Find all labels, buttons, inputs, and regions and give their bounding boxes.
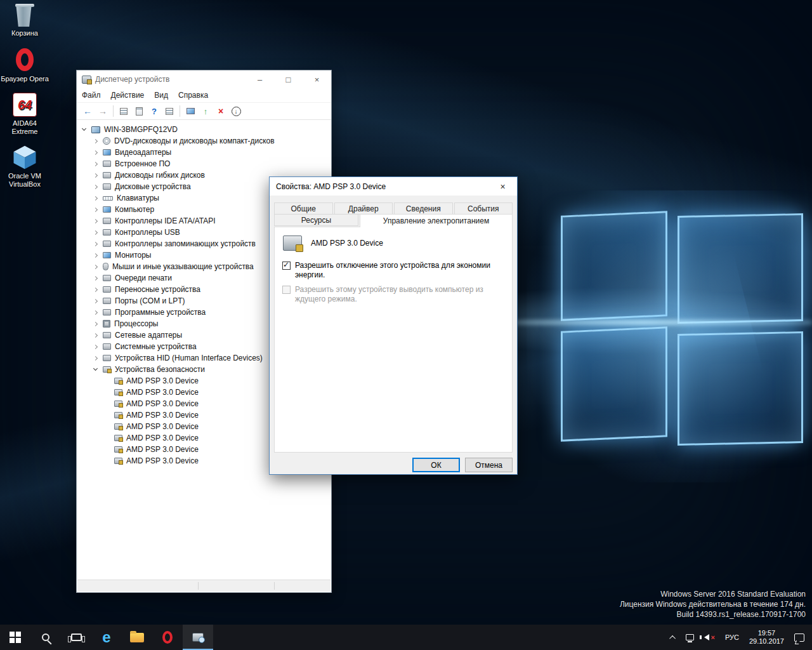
tree-item[interactable]: DVD-дисководы и дисководы компакт-дисков (77, 135, 331, 147)
desktop-icon-label: Oracle VM VirtualBox (0, 172, 49, 189)
tree-item-label: Компьютер (115, 205, 154, 214)
security-device-icon (114, 401, 122, 407)
cancel-button[interactable]: Отмена (465, 458, 513, 472)
mouse-icon (103, 263, 108, 270)
chevron-down-icon[interactable] (82, 126, 86, 131)
tab[interactable]: Ресурсы (274, 214, 358, 226)
close-button[interactable]: × (303, 70, 331, 88)
show-console-tree-button[interactable] (117, 104, 131, 118)
chevron-icon[interactable] (93, 161, 98, 166)
volume-tray-button[interactable]: × (700, 625, 718, 650)
tabs-row-1: ОбщиеДрайверСведенияСобытия (274, 202, 513, 215)
close-icon[interactable]: × (488, 177, 517, 196)
tree-item-label: DVD-дисководы и дисководы компакт-дисков (114, 136, 275, 145)
search-button[interactable] (30, 625, 61, 650)
watermark-line: Build 14393.rs1_release.170917-1700 (620, 609, 806, 620)
chevron-icon[interactable] (93, 253, 98, 257)
export-list-button[interactable] (162, 104, 176, 118)
toolbar-separator (180, 105, 180, 117)
forward-button[interactable]: → (96, 104, 110, 118)
action-center-button[interactable] (790, 625, 808, 650)
chevron-icon[interactable] (93, 173, 98, 177)
checkbox-row-allow-power-off[interactable]: Разрешить отключение этого устройства дл… (275, 257, 512, 281)
tree-item-label: AMD PSP 3.0 Device (126, 456, 199, 465)
tree-item-label: Мониторы (115, 251, 151, 260)
menu-item[interactable]: Файл (77, 89, 106, 102)
edge-icon: e (102, 630, 110, 645)
help-button[interactable]: ? (147, 104, 161, 118)
tree-item[interactable]: Встроенное ПО (77, 158, 331, 169)
dialog-titlebar[interactable]: Свойства: AMD PSP 3.0 Device × (270, 177, 517, 196)
chevron-icon[interactable] (93, 366, 98, 371)
tree-item-label: Порты (COM и LPT) (115, 296, 185, 305)
desktop-icon-recycle-bin[interactable]: Корзина (0, 4, 49, 37)
tree-item-label: Устройства безопасности (115, 365, 205, 374)
uninstall-device-button[interactable]: × (214, 104, 228, 118)
tab[interactable]: Драйвер (334, 202, 393, 215)
tree-item-label: Устройства HID (Human Interface Devices) (115, 354, 263, 362)
maximize-button[interactable]: □ (274, 70, 303, 88)
checkbox-checked-icon[interactable] (282, 262, 291, 270)
chevron-icon[interactable] (93, 355, 98, 360)
chevron-icon[interactable] (93, 298, 98, 303)
device-manager-taskbar-button[interactable] (183, 625, 213, 650)
menu-item[interactable]: Действие (106, 89, 150, 102)
chevron-icon[interactable] (93, 230, 98, 234)
file-explorer-button[interactable] (122, 625, 152, 650)
tree-root-node[interactable]: WIN-3BMGPFQ12VD (77, 124, 331, 135)
opera-taskbar-button[interactable] (152, 625, 183, 650)
ok-button[interactable]: ОК (412, 458, 460, 472)
tab[interactable]: Общие (274, 202, 333, 215)
taskbar: e × РУС 19:57 29.10.2017 (0, 625, 812, 650)
windows-logo-pane (678, 213, 803, 324)
device-manager-titlebar[interactable]: Диспетчер устройств – □ × (77, 70, 331, 88)
chevron-icon[interactable] (93, 321, 98, 326)
tab[interactable]: Управление электропитанием (360, 214, 513, 227)
security-category-icon (103, 366, 111, 373)
chevron-icon[interactable] (93, 207, 98, 211)
menu-item[interactable]: Справка (173, 89, 213, 102)
chevron-icon[interactable] (93, 150, 98, 154)
back-button[interactable]: ← (81, 104, 95, 118)
tab[interactable]: События (454, 202, 513, 215)
chevron-icon[interactable] (93, 287, 98, 291)
language-indicator[interactable]: РУС (721, 625, 743, 650)
virtualbox-icon (13, 145, 37, 169)
tree-item-label: Мыши и иные указывающие устройства (112, 262, 254, 271)
chevron-icon[interactable] (93, 264, 98, 269)
usb-controller-icon (103, 229, 111, 235)
update-driver-button[interactable]: ↑ (199, 104, 213, 118)
edge-button[interactable]: e (91, 625, 122, 650)
chevron-icon[interactable] (93, 275, 98, 280)
chevron-icon[interactable] (93, 344, 98, 348)
desktop-icon-virtualbox[interactable]: Oracle VM VirtualBox (0, 145, 49, 189)
mute-x-icon: × (710, 633, 714, 641)
tree-item[interactable]: Видеоадаптеры (77, 147, 331, 158)
clock[interactable]: 19:57 29.10.2017 (745, 625, 788, 650)
chevron-icon[interactable] (93, 310, 98, 314)
chevron-icon[interactable] (93, 241, 98, 246)
chevron-icon[interactable] (93, 138, 98, 143)
tree-item-label: Процессоры (114, 319, 159, 328)
task-view-button[interactable] (61, 625, 91, 650)
tree-item-label: Дисковые устройства (115, 182, 191, 191)
chevron-icon[interactable] (93, 333, 98, 337)
keyboard-icon (103, 196, 113, 201)
scan-hardware-changes-button[interactable] (183, 104, 197, 118)
properties-button[interactable] (132, 104, 146, 118)
network-tray-button[interactable] (682, 625, 698, 650)
tray-date: 29.10.2017 (749, 637, 784, 646)
speaker-icon (704, 634, 709, 640)
desktop-icon-opera[interactable]: Браузер Opera (0, 47, 49, 83)
chevron-icon[interactable] (93, 218, 98, 223)
disable-device-button[interactable]: ↓ (229, 104, 243, 118)
menu-item[interactable]: Вид (149, 89, 173, 102)
start-button[interactable] (0, 625, 30, 650)
hidden-icons-button[interactable] (667, 625, 679, 650)
tab[interactable]: Сведения (394, 202, 453, 215)
chevron-icon[interactable] (93, 184, 98, 189)
windows-logo-pane (561, 211, 667, 321)
desktop-icon-aida64[interactable]: 64 AIDA64 Extreme (0, 93, 49, 136)
chevron-icon[interactable] (93, 196, 98, 200)
minimize-button[interactable]: – (246, 70, 274, 88)
